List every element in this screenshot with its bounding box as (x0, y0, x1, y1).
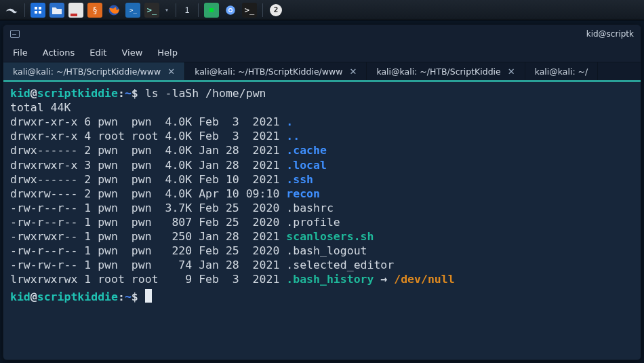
notification-badge[interactable]: 2 (268, 3, 283, 18)
titlebar[interactable]: kid@scriptk (3, 25, 641, 43)
tab-1[interactable]: kali@kali: ~/HTB/ScriptKiddie/www✕ (185, 62, 367, 80)
app-launcher-icon[interactable] (31, 3, 45, 18)
prompt-line: kid@scriptkiddie:~$ (10, 287, 634, 304)
terminal-icon (10, 30, 20, 38)
chromium-icon[interactable] (223, 3, 238, 18)
firefox-icon[interactable] (106, 3, 121, 18)
svg-rect-2 (35, 11, 37, 14)
taskbar-separator (198, 3, 199, 17)
tab-label: kali@kali: ~/HTB/ScriptKiddie (376, 66, 500, 77)
badge-count: 2 (270, 4, 282, 16)
menu-file[interactable]: File (13, 47, 28, 58)
prompt-line: kid@scriptkiddie:~$ ls -laSh /home/pwn (10, 86, 634, 100)
close-icon[interactable]: ✕ (508, 66, 515, 77)
ls-row: -rwxrwxr-- 1 pwn pwn 250 Jan 28 2021 sca… (10, 229, 634, 244)
menu-edit[interactable]: Edit (89, 47, 106, 58)
ls-row: lrwxrwxrwx 1 root root 9 Feb 3 2021 .bas… (10, 272, 634, 286)
taskbar-separator (262, 3, 263, 17)
tab-strip: kali@kali: ~/HTB/ScriptKiddie/www✕kali@k… (3, 62, 641, 82)
close-icon[interactable]: ✕ (349, 66, 357, 77)
ls-row: drwxrw---- 2 pwn pwn 4.0K Apr 10 09:10 r… (10, 187, 634, 201)
menu-actions[interactable]: Actions (43, 47, 75, 58)
terminal-window: kid@scriptk File Actions Edit View Help … (3, 24, 641, 360)
ls-row: drwx------ 2 pwn pwn 4.0K Jan 28 2021 .c… (10, 143, 634, 157)
ls-row: drwx------ 2 pwn pwn 4.0K Feb 10 2021 .s… (10, 172, 634, 187)
kali-logo-icon[interactable] (4, 3, 19, 18)
taskbar-separator (24, 3, 25, 17)
svg-rect-0 (35, 7, 37, 9)
ls-row: -rw-rw-r-- 1 pwn pwn 74 Jan 28 2021 .sel… (10, 258, 634, 272)
svg-point-11 (229, 9, 231, 11)
svg-rect-8 (209, 8, 214, 12)
tab-2[interactable]: kali@kali: ~/HTB/ScriptKiddie✕ (367, 62, 525, 80)
ls-row: drwxr-xr-x 6 pwn pwn 4.0K Feb 3 2021 . (10, 115, 634, 129)
tab-0[interactable]: kali@kali: ~/HTB/ScriptKiddie/www✕ (3, 62, 185, 80)
window-title: kid@scriptk (586, 29, 634, 39)
file-manager-icon[interactable] (49, 3, 64, 18)
tab-3[interactable]: kali@kali: ~/ (525, 62, 599, 80)
ls-row: -rw-r--r-- 1 pwn pwn 3.7K Feb 25 2020 .b… (10, 201, 634, 215)
menubar: File Actions Edit View Help (3, 43, 641, 62)
ls-total: total 44K (10, 100, 634, 115)
terminal-blue-icon[interactable]: >_ (125, 3, 140, 18)
svg-text:>_: >_ (129, 7, 137, 14)
ls-row: drwxrwxr-x 3 pwn pwn 4.0K Jan 28 2021 .l… (10, 158, 634, 172)
close-icon[interactable]: ✕ (167, 66, 175, 77)
menu-view[interactable]: View (121, 47, 142, 58)
taskbar-separator (176, 3, 176, 17)
app-green-icon[interactable] (204, 3, 219, 18)
workspace-number[interactable]: 1 (182, 3, 193, 18)
tab-label: kali@kali: ~/HTB/ScriptKiddie/www (13, 66, 161, 77)
terminal-output[interactable]: kid@scriptkiddie:~$ ls -laSh /home/pwnto… (3, 82, 641, 360)
svg-rect-1 (39, 7, 41, 9)
taskbar: § >_ >_ ▾ 1 >_ 2 (0, 0, 644, 20)
terminal-dark-icon[interactable]: >_ (144, 3, 159, 18)
app-orange-icon[interactable]: § (87, 3, 102, 18)
tab-label: kali@kali: ~/HTB/ScriptKiddie/www (195, 66, 342, 77)
menu-help[interactable]: Help (157, 47, 178, 58)
document-icon[interactable] (68, 3, 83, 18)
ls-row: drwxr-xr-x 4 root root 4.0K Feb 3 2021 .… (10, 129, 634, 143)
tab-label: kali@kali: ~/ (535, 66, 588, 77)
ls-row: -rw-r--r-- 1 pwn pwn 220 Feb 25 2020 .ba… (10, 244, 634, 258)
ls-row: -rw-r--r-- 1 pwn pwn 807 Feb 25 2020 .pr… (10, 215, 634, 229)
chevron-down-icon[interactable]: ▾ (163, 3, 170, 18)
cursor (145, 289, 152, 303)
terminal-task-icon[interactable]: >_ (242, 3, 257, 18)
svg-rect-3 (39, 11, 41, 14)
